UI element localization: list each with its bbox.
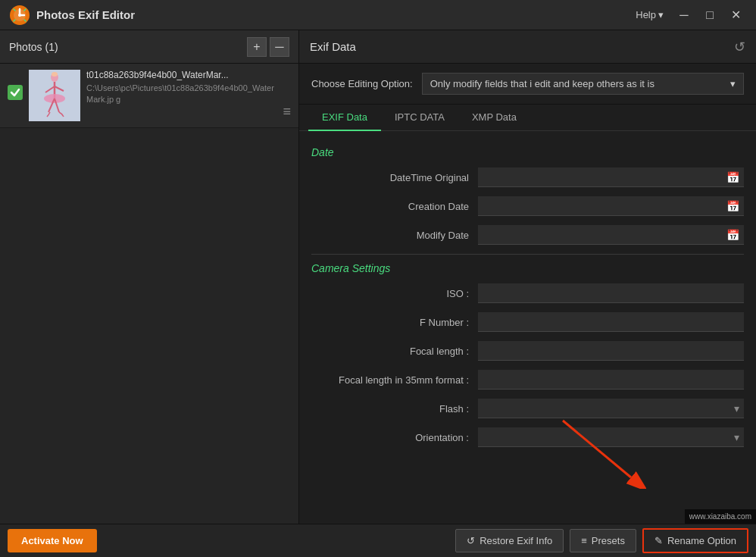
- iso-row: ISO :: [311, 283, 744, 303]
- modify-date-input[interactable]: [478, 225, 744, 245]
- f-number-label: F Number :: [311, 317, 478, 328]
- refresh-icon[interactable]: ↺: [734, 39, 745, 55]
- photo-menu-icon[interactable]: ≡: [283, 104, 291, 120]
- tabs-row: EXIF Data IPTC DATA XMP Data: [299, 105, 756, 131]
- creation-date-input[interactable]: [478, 196, 744, 216]
- restore-icon: ↺: [467, 535, 475, 546]
- exif-header: Exif Data ↺: [299, 30, 756, 64]
- help-label: Help: [636, 9, 656, 20]
- restore-exif-button[interactable]: ↺ Restore Exif Info: [455, 529, 564, 552]
- datetime-original-input[interactable]: [478, 167, 744, 187]
- remove-photo-button[interactable]: ─: [270, 37, 289, 57]
- editing-option-value: Only modify fields that i edit and keep …: [430, 78, 654, 89]
- modify-date-row: Modify Date 📅: [311, 225, 744, 245]
- focal-length-label: Focal length :: [311, 346, 478, 357]
- close-icon: ✕: [731, 8, 741, 22]
- datetime-original-row: DateTime Original 📅: [311, 167, 744, 187]
- tab-xmp-data[interactable]: XMP Data: [458, 105, 530, 131]
- flash-input-wrap: ▾: [478, 399, 744, 418]
- orientation-input-wrap: ▾: [478, 427, 744, 447]
- editing-option-select[interactable]: Only modify fields that i edit and keep …: [422, 73, 744, 95]
- orientation-input[interactable]: [478, 427, 744, 447]
- flash-input[interactable]: [478, 399, 744, 418]
- rename-option-button[interactable]: ✎ Rename Option: [642, 528, 748, 553]
- svg-point-11: [52, 72, 58, 77]
- modify-date-input-wrap: 📅: [478, 225, 744, 245]
- title-bar-controls: Help ▾ ─ □ ✕: [629, 5, 747, 25]
- orientation-row: Orientation : ▾: [311, 427, 744, 447]
- f-number-input[interactable]: [478, 312, 744, 332]
- add-icon: +: [253, 40, 260, 54]
- editing-option-row: Choose Editing Option: Only modify field…: [299, 64, 756, 105]
- minimize-button[interactable]: ─: [673, 5, 695, 25]
- tab-exif-data[interactable]: EXIF Data: [308, 105, 381, 131]
- presets-label: Presets: [592, 535, 625, 546]
- section-divider-1: [311, 254, 744, 255]
- right-panel: Exif Data ↺ Choose Editing Option: Only …: [299, 30, 756, 524]
- f-number-input-wrap: [478, 312, 744, 332]
- watermark: www.xiazaiba.com: [685, 509, 756, 524]
- remove-icon: ─: [275, 40, 283, 54]
- svg-point-2: [18, 14, 21, 17]
- calendar-icon-1[interactable]: 📅: [726, 171, 739, 183]
- photo-thumbnail: [29, 70, 80, 121]
- photo-checkbox[interactable]: [8, 85, 23, 100]
- photo-list-item[interactable]: t01c88a263b9f4e4b00_WaterMar... C:\Users…: [0, 64, 298, 128]
- photo-path: C:\Users\pc\Pictures\t01c88a263b9f4e4b00…: [86, 83, 276, 106]
- datetime-original-input-wrap: 📅: [478, 167, 744, 187]
- photo-name: t01c88a263b9f4e4b00_WaterMar...: [86, 70, 276, 80]
- flash-row: Flash : ▾: [311, 399, 744, 418]
- calendar-icon-2[interactable]: 📅: [726, 200, 739, 212]
- help-chevron: ▾: [658, 9, 664, 20]
- presets-icon: ≡: [581, 535, 587, 546]
- focal-length-input-wrap: [478, 341, 744, 361]
- creation-date-input-wrap: 📅: [478, 196, 744, 216]
- title-bar: Photos Exif Editor Help ▾ ─ □ ✕: [0, 0, 756, 30]
- restore-label: Restore Exif Info: [480, 535, 552, 546]
- focal-length-input[interactable]: [478, 341, 744, 361]
- tab-iptc-data[interactable]: IPTC DATA: [381, 105, 458, 131]
- app-logo: [9, 5, 30, 26]
- focal-length-35mm-label: Focal length in 35mm format :: [311, 374, 478, 386]
- exif-title: Exif Data: [310, 40, 356, 53]
- maximize-button[interactable]: □: [698, 5, 721, 25]
- close-button[interactable]: ✕: [724, 5, 747, 25]
- focal-length-35mm-input-wrap: [478, 370, 744, 390]
- photos-title: Photos (1): [9, 41, 244, 53]
- minimize-icon: ─: [679, 8, 688, 22]
- f-number-row: F Number :: [311, 312, 744, 332]
- rename-icon: ✎: [654, 535, 663, 546]
- bottom-bar: Activate Now ↺ Restore Exif Info ≡ Prese…: [0, 524, 756, 557]
- select-chevron-icon: ▾: [730, 78, 736, 89]
- focal-length-35mm-input[interactable]: [478, 370, 744, 390]
- creation-date-row: Creation Date 📅: [311, 196, 744, 216]
- focal-length-35mm-row: Focal length in 35mm format :: [311, 370, 744, 390]
- maximize-icon: □: [706, 8, 714, 22]
- presets-button[interactable]: ≡ Presets: [570, 529, 636, 552]
- date-section-title: Date: [311, 146, 744, 158]
- flash-label: Flash :: [311, 403, 478, 415]
- camera-section-title: Camera Settings: [311, 262, 744, 274]
- activate-button[interactable]: Activate Now: [8, 529, 97, 552]
- iso-input-wrap: [478, 283, 744, 303]
- modify-date-label: Modify Date: [311, 230, 478, 241]
- rename-label: Rename Option: [667, 535, 736, 546]
- app-title: Photos Exif Editor: [36, 8, 629, 21]
- help-button[interactable]: Help ▾: [629, 6, 670, 23]
- iso-label: ISO :: [311, 288, 478, 299]
- photo-info: t01c88a263b9f4e4b00_WaterMar... C:\Users…: [86, 70, 276, 106]
- photos-header: Photos (1) + ─: [0, 30, 298, 64]
- calendar-icon-3[interactable]: 📅: [726, 229, 739, 241]
- editing-option-label: Choose Editing Option:: [311, 78, 413, 89]
- add-photo-button[interactable]: +: [247, 37, 267, 57]
- main-layout: Photos (1) + ─: [0, 30, 756, 524]
- datetime-original-label: DateTime Original: [311, 172, 478, 183]
- iso-input[interactable]: [478, 283, 744, 303]
- focal-length-row: Focal length :: [311, 341, 744, 361]
- creation-date-label: Creation Date: [311, 201, 478, 212]
- orientation-label: Orientation :: [311, 432, 478, 443]
- exif-content: Date DateTime Original 📅 Creation Date 📅: [299, 131, 756, 524]
- left-panel: Photos (1) + ─: [0, 30, 299, 524]
